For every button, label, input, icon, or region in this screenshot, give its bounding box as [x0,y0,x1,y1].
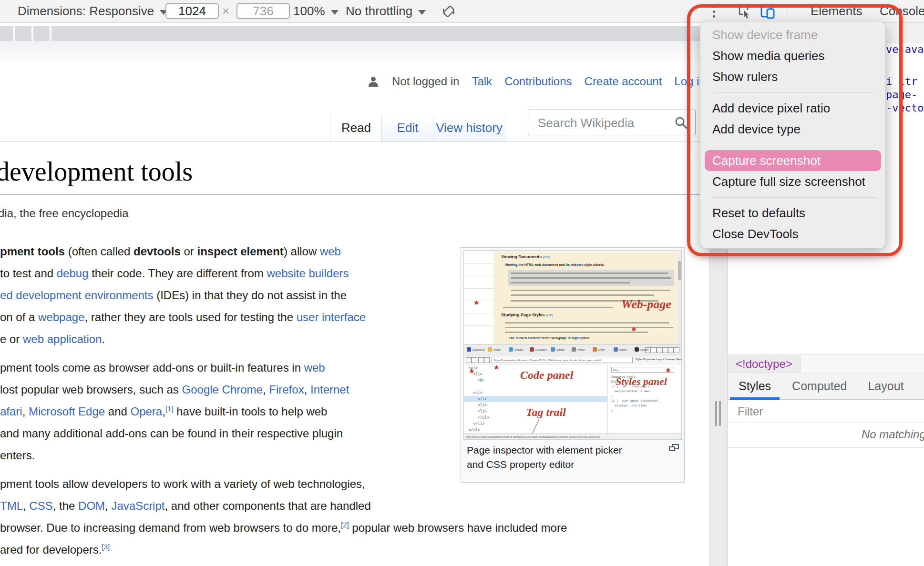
link-debug[interactable]: debug [57,267,89,280]
link-webpage[interactable]: webpage [38,311,84,323]
viewport-width-input[interactable] [165,3,219,19]
zoom-select[interactable]: 100% [293,0,339,22]
styles-empty-row: No matching [728,423,924,448]
styles-empty-message: No matching [862,428,924,441]
throttling-value: No throttling [346,4,412,19]
text-line: ared for developers.[3] [0,539,709,561]
article-thumbnail[interactable]: Viewing Documents [edit] Viewing the HTM… [461,247,685,483]
wiki-search-box[interactable] [528,110,696,135]
tab-console[interactable]: Console [880,0,924,22]
link-ed-development-environments[interactable]: ed development environments [0,289,154,302]
reference-link[interactable]: [2] [341,521,349,529]
link-javascript[interactable]: JavaScript [111,499,164,512]
styles-tab-ev[interactable]: Ev [914,373,924,400]
view-tab-read[interactable]: Read [330,114,382,142]
red-asterisk: * [632,325,636,337]
chevron-down-icon [331,10,339,15]
link-opera[interactable]: Opera [131,405,163,418]
tab-elements[interactable]: Elements [811,0,862,22]
thumb-left-margin [464,252,493,344]
toolbar-divider [788,5,788,18]
menu-item-close-devtools[interactable]: Close DevTools [700,223,885,244]
menu-item-capture-full-size-screenshot[interactable]: Capture full size screenshot [700,171,885,192]
menu-separator [700,87,885,98]
thumb-code-line [464,384,607,390]
dimensions-select[interactable]: Dimensions: Responsive [18,0,167,22]
thumb-label-web-page: Web-page [621,297,671,312]
thumb-label-styles-panel: Styles panel [616,375,667,388]
reference-link[interactable]: [1] [165,404,174,413]
viewport-height-input[interactable] [236,3,290,19]
thumb-code-line: <ul> [464,390,607,396]
device-toolbar-more-options-icon[interactable] [707,5,720,18]
styles-tab-styles[interactable]: Styles [728,373,781,400]
link-afari[interactable]: afari [0,405,22,418]
page-top-fade [0,41,709,65]
link-internet[interactable]: Internet [310,383,349,396]
view-tab-view-history[interactable]: View history [433,114,505,142]
title-divider [0,194,706,195]
link-firefox[interactable]: Firefox [269,383,304,396]
breadcrumb: <!doctype> [728,354,924,373]
dom-code-line[interactable]: -vecto [886,102,924,114]
link-talk[interactable]: Talk [472,75,492,88]
personal-bar: Not logged in TalkContributionsCreate ac… [367,73,706,90]
rotate-viewport-icon[interactable] [440,0,458,22]
link-create-account[interactable]: Create account [585,75,662,88]
thumbnail-image: Viewing Documents [edit] Viewing the HTM… [463,250,682,440]
thumb-code-line: <li> [464,396,607,402]
reference-link[interactable]: [3] [102,543,110,551]
thumb-style-line: display: list-item; [611,403,658,408]
red-asterisk: * [470,367,474,379]
styles-tab-layout[interactable]: Layout [857,373,914,400]
styles-tab-computed[interactable]: Computed [781,373,857,400]
throttling-select[interactable]: No throttling [346,0,426,22]
device-toolbar: Dimensions: Responsive × 100% No throttl… [0,0,924,23]
menu-item-add-device-pixel-ratio[interactable]: Add device pixel ratio [700,98,885,119]
inspect-element-icon[interactable] [736,0,752,22]
menu-item-show-media-queries[interactable]: Show media queries [700,45,885,66]
zoom-value: 100% [293,4,325,19]
view-tab-edit[interactable]: Edit [381,114,434,142]
thumb-tag-trail: html.client-js body.mediawiki.ltr.sitedi… [464,434,682,440]
link-web-application[interactable]: web application [23,333,102,345]
page-title: development tools [0,156,193,187]
text-line: TML, CSS, the DOM, JavaScript, and other… [0,495,709,517]
personal-links: TalkContributionsCreate accountLog in [472,75,705,88]
link-user-interface[interactable]: user interface [297,311,366,323]
toggle-device-toolbar-icon[interactable] [759,0,776,22]
link-contributions[interactable]: Contributions [504,75,572,88]
link-web[interactable]: web [320,245,341,258]
search-input[interactable] [537,113,672,133]
enlarge-icon[interactable] [669,444,679,452]
menu-item-reset-to-defaults[interactable]: Reset to defaults [700,202,885,223]
link-google-chrome[interactable]: Google Chrome [182,383,263,396]
styles-filter-input[interactable] [737,404,910,420]
thumb-style-line: li { user agent stylesheet [611,398,658,403]
dom-code-line[interactable]: page- [886,89,917,101]
link-microsoft-edge[interactable]: Microsoft Edge [29,405,105,418]
styles-filter-row [728,400,924,423]
red-asterisk: * [474,298,479,311]
menu-item-show-rulers[interactable]: Show rulers [700,66,885,87]
thumb-styles-filter: Filter [611,367,674,373]
search-icon[interactable] [674,116,688,130]
dom-code-line[interactable]: ve-ava [886,43,924,55]
responsive-viewport: Not logged in TalkContributionsCreate ac… [0,23,709,566]
page-top-strip [0,26,709,41]
breadcrumb-doctype[interactable]: <!doctype> [728,355,801,373]
link-web[interactable]: web [304,361,325,374]
thumb-toolbar-button: Resources [530,347,547,352]
link-tml[interactable]: TML [0,499,23,512]
thumb-content-area: Viewing Documents [edit] Viewing the HTM… [493,252,678,344]
link-dom[interactable]: DOM [78,499,105,512]
dimensions-times-label: × [222,0,229,22]
menu-item-add-device-type[interactable]: Add device type [700,119,885,140]
menu-item-capture-screenshot[interactable]: Capture screenshot [705,150,881,171]
menu-item-show-device-frame: Show device frame [700,24,885,45]
thumb-toolbar-button: Insight [488,347,501,352]
dimensions-label: Dimensions: Responsive [18,4,154,19]
link-css[interactable]: CSS [29,499,52,512]
link-website-builders[interactable]: website builders [267,267,349,280]
dom-code-line[interactable]: i ltr [886,75,917,87]
